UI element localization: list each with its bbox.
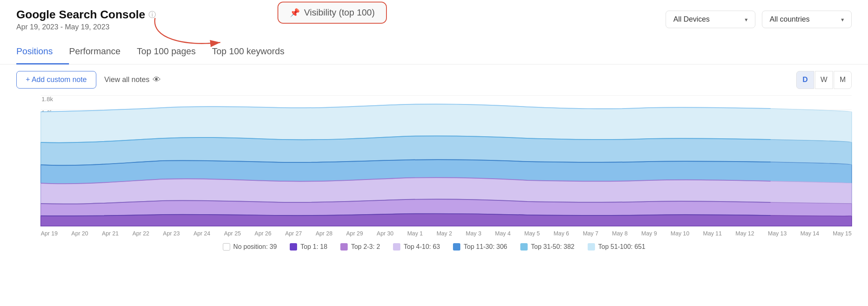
x-axis-labels: Apr 19Apr 20Apr 21Apr 22Apr 23Apr 24Apr … xyxy=(41,228,852,237)
legend-item-top11-30: Top 11-30: 306 xyxy=(453,243,507,251)
countries-arrow: ▾ xyxy=(841,16,844,23)
chart-container: 1.8k 1.6k 1.4k 1.2k 1k 800 600 400 200 0 xyxy=(0,95,868,237)
x-label: Apr 30 xyxy=(377,230,393,237)
legend-item-no-position: No position: 39 xyxy=(223,243,277,251)
x-label: May 4 xyxy=(495,230,511,237)
legend-dot xyxy=(340,243,348,251)
x-label: Apr 28 xyxy=(315,230,332,237)
x-label: May 13 xyxy=(768,230,787,237)
x-label: Apr 19 xyxy=(41,230,58,237)
x-label: May 5 xyxy=(524,230,540,237)
header-left: Google Search Console ⓘ Apr 19, 2023 - M… xyxy=(16,8,156,31)
area-top1 xyxy=(41,213,852,226)
visibility-label: Visibility (top 100) xyxy=(304,7,375,18)
legend-dot xyxy=(393,243,400,251)
x-label: May 3 xyxy=(466,230,481,237)
devices-label: All Devices xyxy=(673,15,710,24)
visibility-bubble: 📌 Visibility (top 100) xyxy=(277,2,387,24)
x-label: May 14 xyxy=(800,230,819,237)
countries-dropdown[interactable]: All countries ▾ xyxy=(762,11,852,28)
x-label: May 2 xyxy=(437,230,452,237)
period-selector: D W M xyxy=(796,71,852,89)
x-label: May 15 xyxy=(833,230,852,237)
period-day-button[interactable]: D xyxy=(796,71,814,89)
add-note-button[interactable]: + Add custom note xyxy=(16,71,96,89)
info-icon: ⓘ xyxy=(149,10,156,20)
toolbar: + Add custom note View all notes 👁 D W M xyxy=(0,64,868,95)
header-right: All Devices ▾ All countries ▾ xyxy=(666,11,852,28)
x-label: Apr 25 xyxy=(224,230,241,237)
legend-item-top2-3: Top 2-3: 2 xyxy=(340,243,380,251)
header: Google Search Console ⓘ Apr 19, 2023 - M… xyxy=(0,0,868,31)
tab-positions[interactable]: Positions xyxy=(16,40,69,64)
app-title: Google Search Console ⓘ xyxy=(16,8,156,21)
legend-label: Top 4-10: 63 xyxy=(404,243,440,251)
legend-dot xyxy=(290,243,297,251)
legend-label: Top 2-3: 2 xyxy=(351,243,380,251)
x-label: Apr 20 xyxy=(71,230,88,237)
x-label: Apr 26 xyxy=(255,230,271,237)
chart-svg xyxy=(41,95,852,226)
date-range: Apr 19, 2023 - May 19, 2023 xyxy=(16,23,156,31)
x-label: Apr 23 xyxy=(163,230,180,237)
x-label: May 11 xyxy=(703,230,722,237)
legend-label: Top 1: 18 xyxy=(300,243,327,251)
x-label: May 1 xyxy=(407,230,423,237)
pin-icon: 📌 xyxy=(290,8,300,18)
legend-label: Top 31-50: 382 xyxy=(531,243,575,251)
x-label: Apr 29 xyxy=(346,230,363,237)
devices-dropdown[interactable]: All Devices ▾ xyxy=(666,11,755,28)
eye-icon: 👁 xyxy=(153,75,161,84)
tabs-bar: Positions Performance Top 100 pages Top … xyxy=(0,40,868,64)
legend-label: Top 51-100: 651 xyxy=(598,243,646,251)
x-label: Apr 21 xyxy=(102,230,119,237)
legend-item-top31-50: Top 31-50: 382 xyxy=(520,243,575,251)
x-label: Apr 22 xyxy=(132,230,149,237)
legend-label: No position: 39 xyxy=(233,243,277,251)
tab-performance[interactable]: Performance xyxy=(69,40,137,64)
x-label: May 7 xyxy=(583,230,598,237)
legend-label: Top 11-30: 306 xyxy=(464,243,507,251)
x-label: May 8 xyxy=(612,230,628,237)
countries-label: All countries xyxy=(770,15,810,24)
x-label: May 6 xyxy=(553,230,569,237)
legend-dot xyxy=(588,243,595,251)
app-title-text: Google Search Console xyxy=(16,8,145,21)
legend-item-top51-100: Top 51-100: 651 xyxy=(588,243,646,251)
toolbar-left: + Add custom note View all notes 👁 xyxy=(16,71,161,89)
x-label: Apr 24 xyxy=(193,230,210,237)
legend-item-top4-10: Top 4-10: 63 xyxy=(393,243,440,251)
legend: No position: 39Top 1: 18Top 2-3: 2Top 4-… xyxy=(0,237,868,257)
period-week-button[interactable]: W xyxy=(815,71,833,89)
view-notes-button[interactable]: View all notes 👁 xyxy=(104,75,161,84)
chart-svg-wrapper xyxy=(41,95,852,228)
tab-top100keywords[interactable]: Top 100 keywords xyxy=(212,40,301,64)
x-label: May 10 xyxy=(670,230,689,237)
period-month-button[interactable]: M xyxy=(834,71,852,89)
legend-dot xyxy=(520,243,528,251)
x-label: Apr 27 xyxy=(285,230,302,237)
legend-item-top1: Top 1: 18 xyxy=(290,243,327,251)
devices-arrow: ▾ xyxy=(745,16,748,23)
legend-dot xyxy=(453,243,460,251)
x-label: May 9 xyxy=(642,230,657,237)
x-label: May 12 xyxy=(735,230,754,237)
tab-top100pages[interactable]: Top 100 pages xyxy=(137,40,212,64)
legend-checkbox-empty[interactable] xyxy=(223,243,230,251)
